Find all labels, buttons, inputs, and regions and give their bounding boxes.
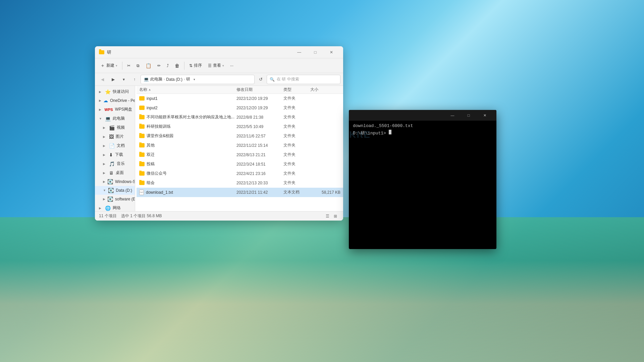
sidebar-item-datad[interactable]: ▼ 💽 Data (D:) [95,186,135,195]
download-icon: ⬇ [109,152,113,158]
sidebar-item-desktopp[interactable]: ▶ 🖥 桌面 [95,168,135,177]
sort-button[interactable]: ⇅ 排序 [186,61,205,70]
list-view-button[interactable]: ☰ [324,213,331,220]
breadcrumb-thispc[interactable]: 此电脑 [150,76,162,82]
dropdown-button[interactable]: ▾ [119,75,128,84]
items-count: 11 个项目 选中 1 个项目 56.8 MB [99,213,162,219]
sidebar-item-document[interactable]: ▶ 📄 文档 [95,141,135,150]
content-area: ▶ ⭐ 快速访问 ▶ ☁ OneDrive - Pers ▶ WPS WPS网盘… [95,86,343,211]
file-name: input2 [147,106,158,110]
share-icon: ⤴ [167,63,169,68]
new-icon: ＋ [100,63,105,69]
file-name: 双迁 [147,152,155,158]
expand-icon: ▶ [99,108,103,111]
refresh-button[interactable]: ↺ [256,75,265,84]
breadcrumb-expand-icon[interactable]: ▾ [192,77,197,82]
sidebar-item-download[interactable]: ▶ ⬇ 下载 [95,150,135,159]
expand-icon: ▶ [103,197,105,201]
window-controls: — □ ✕ [291,47,339,57]
sidebar-item-thispc[interactable]: ▼ 💻 此电脑 [95,114,135,123]
sidebar-item-picture[interactable]: ▶ 🖼 图片 [95,132,135,141]
more-button[interactable]: ··· [227,61,236,70]
file-date: 2022/12/20 19:29 [236,96,283,101]
table-row[interactable]: 投稿2022/3/24 18:51文件夹 [137,160,343,169]
breadcrumb-icon: 💻 [144,77,149,82]
maximize-button[interactable]: □ [308,47,323,57]
music-icon: 🎵 [109,161,115,167]
expand-icon: ▶ [103,180,105,183]
sidebar-label-picture: 图片 [116,134,124,139]
table-row[interactable]: input22022/12/20 19:29文件夹 [137,103,343,113]
table-row[interactable]: 组会2022/12/13 20:33文件夹 [137,178,343,188]
table-row[interactable]: 其他2022/11/22 15:14文件夹 [137,141,343,150]
cmd-title-bar: — □ ✕ [349,110,496,121]
file-date: 2022/8/8 21:38 [236,115,283,120]
folder-icon-title [99,50,104,55]
sidebar-label-wps: WPS网盘 [115,107,132,112]
toolbar-sep-2 [184,62,184,70]
desktop: 研 — □ ✕ ＋ 新建 ▾ ✂ ⧉ 📋 [0,0,644,362]
quickaccess-icon: ⭐ [105,89,111,95]
col-header-date[interactable]: 修改日期 [236,87,283,93]
explorer-window: 研 — □ ✕ ＋ 新建 ▾ ✂ ⧉ 📋 [95,46,343,221]
sidebar-item-windowsssd[interactable]: ▶ 💽 Windows-SSD [95,177,135,186]
file-size: 58,217 KB [310,190,340,195]
expand-icon: ▶ [99,99,101,102]
back-button[interactable]: ◀ [98,75,107,84]
folder-icon [139,106,145,110]
sidebar-item-wps[interactable]: ▶ WPS WPS网盘 [95,105,135,114]
sidebar-label-network: 网络 [113,205,121,211]
sidebar-item-network[interactable]: ▶ 🌐 网络 [95,203,135,211]
windowsssd-icon: 💽 [107,179,113,184]
new-dropdown-icon: ▾ [116,64,117,67]
rename-button[interactable]: ✏ [155,61,163,70]
close-button[interactable]: ✕ [324,47,339,57]
table-row[interactable]: 课堂作业&校园2022/11/6 22:57文件夹 [137,131,343,141]
file-type: 文本文档 [283,189,310,195]
table-row[interactable]: input12022/12/20 19:29文件夹 [137,94,343,103]
folder-icon [139,153,145,157]
table-row[interactable]: 不同功能群禾草根系对土壤水分的响应及地上地...2022/8/8 21:38文件… [137,113,343,122]
folder-icon [139,96,145,101]
table-row[interactable]: TXTdownload_1.txt2022/12/21 11:42文本文档58,… [137,188,343,197]
col-header-type[interactable]: 类型 [283,87,310,93]
sidebar-label-music: 音乐 [117,161,125,167]
sidebar-item-software[interactable]: ▶ 💽 software (E:) [95,195,135,203]
breadcrumb-current[interactable]: 研 [186,76,190,82]
table-row[interactable]: 双迁2022/8/13 21:21文件夹 [137,150,343,160]
cmd-close-button[interactable]: ✕ [477,111,492,120]
cut-button[interactable]: ✂ [124,61,133,70]
paste-button[interactable]: 📋 [143,61,154,70]
sidebar-item-music[interactable]: ▶ 🎵 音乐 [95,159,135,168]
sidebar-item-quickaccess[interactable]: ▶ ⭐ 快速访问 [95,87,135,96]
window-title: 研 [107,49,291,55]
file-name: 不同功能群禾草根系对土壤水分的响应及地上地... [147,114,234,120]
cmd-minimize-button[interactable]: — [445,111,460,120]
forward-button[interactable]: ▶ [108,75,118,84]
table-row[interactable]: 微信公众号2022/4/21 23:16文件夹 [137,169,343,178]
file-date: 2022/12/13 20:33 [236,181,283,185]
col-header-name[interactable]: 名称 ∧ [139,87,236,93]
col-header-size[interactable]: 大小 [310,87,340,93]
file-type: 文件夹 [283,105,310,111]
search-box[interactable]: 🔍 在 研 中搜索 [267,75,340,84]
sidebar-item-video[interactable]: ▶ 🎬 视频 [95,123,135,132]
grid-view-button[interactable]: ⊞ [332,213,339,220]
minimize-button[interactable]: — [291,47,307,57]
up-button[interactable]: ↑ [130,75,139,84]
file-type: 文件夹 [283,124,310,129]
share-button[interactable]: ⤴ [164,61,171,70]
view-dropdown-icon: ▾ [222,64,224,67]
file-type: 文件夹 [283,96,310,101]
table-row[interactable]: 科研技能训练2022/5/5 10:49文件夹 [137,122,343,131]
new-button[interactable]: ＋ 新建 ▾ [98,61,120,71]
sidebar-item-onedrive[interactable]: ▶ ☁ OneDrive - Pers [95,96,135,105]
cmd-maximize-button[interactable]: □ [461,111,476,120]
copy-button[interactable]: ⧉ [134,61,142,70]
file-date: 2022/11/22 15:14 [236,143,283,148]
view-button[interactable]: ☰ 查看 ▾ [205,61,227,70]
expand-icon: ▶ [103,171,107,175]
file-type: 文件夹 [283,142,310,148]
delete-button[interactable]: 🗑 [172,61,182,70]
breadcrumb-datad[interactable]: Data (D:) [166,77,182,82]
